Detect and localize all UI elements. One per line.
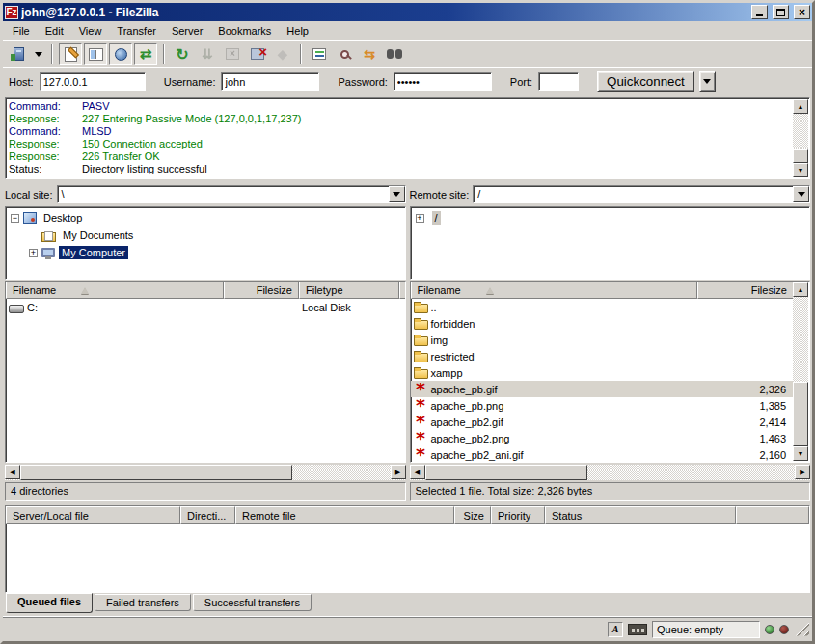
menu-file[interactable]: File bbox=[5, 23, 38, 39]
remote-site-combobox[interactable]: / bbox=[473, 185, 810, 203]
local-site-combobox[interactable]: \ bbox=[57, 185, 406, 203]
tree-item-label: / bbox=[432, 211, 441, 225]
tree-item[interactable]: −Desktop bbox=[6, 209, 405, 227]
menu-bookmarks[interactable]: Bookmarks bbox=[210, 23, 279, 39]
remote-site-dropdown-button[interactable] bbox=[793, 186, 809, 202]
filter-button[interactable] bbox=[308, 43, 331, 65]
quickconnect-button[interactable]: Quickconnect bbox=[597, 71, 694, 92]
username-input[interactable] bbox=[221, 72, 319, 91]
menu-edit[interactable]: Edit bbox=[38, 23, 71, 39]
resize-grip[interactable] bbox=[796, 623, 809, 636]
refresh-button[interactable]: ↻ bbox=[171, 43, 194, 65]
tab-successful-transfers[interactable]: Successful transfers bbox=[193, 594, 312, 611]
minimize-button[interactable] bbox=[751, 5, 768, 19]
file-row[interactable]: xampp bbox=[411, 364, 795, 381]
log-vertical-scrollbar[interactable]: ▲ ▼ bbox=[793, 99, 808, 177]
file-row[interactable]: *apache_pb2.png1,463 bbox=[411, 430, 795, 446]
file-row[interactable]: restricted bbox=[411, 348, 795, 364]
synchronized-browsing-button[interactable]: ⇆ bbox=[358, 43, 381, 65]
column-header-filesize[interactable]: Filesize bbox=[224, 282, 299, 299]
queue-column-remotefile[interactable]: Remote file bbox=[235, 506, 454, 524]
toolbar-separator bbox=[300, 44, 302, 64]
queue-column-status[interactable]: Status bbox=[545, 506, 736, 524]
message-log-lines: Command:PASVResponse:227 Entering Passiv… bbox=[9, 100, 790, 175]
docs-icon bbox=[41, 232, 56, 242]
file-search-button[interactable] bbox=[333, 43, 356, 65]
scrollbar-thumb[interactable] bbox=[793, 149, 808, 163]
column-header-l[interactable]: L bbox=[399, 282, 406, 299]
toggle-transfer-queue-button[interactable]: ⇄ bbox=[134, 43, 157, 65]
queue-column-directi[interactable]: Directi... bbox=[180, 506, 235, 524]
column-header-filesize[interactable]: Filesize bbox=[697, 282, 794, 299]
file-row[interactable]: *apache_pb.png1,385 bbox=[411, 397, 795, 414]
file-row[interactable]: forbidden bbox=[411, 315, 795, 332]
local-site-value: \ bbox=[58, 186, 389, 202]
tab-queued-files[interactable]: Queued files bbox=[6, 593, 93, 613]
scroll-up-button[interactable]: ▲ bbox=[793, 99, 808, 114]
host-input[interactable] bbox=[40, 72, 146, 91]
scroll-down-button[interactable]: ▼ bbox=[793, 446, 808, 461]
expand-icon[interactable]: + bbox=[29, 249, 38, 257]
column-header-filename[interactable]: Filename bbox=[411, 282, 698, 299]
disconnect-button[interactable] bbox=[246, 43, 269, 65]
process-queue-button[interactable]: ⇊ bbox=[196, 43, 219, 65]
site-manager-button[interactable] bbox=[7, 43, 30, 65]
collapse-icon[interactable]: − bbox=[11, 214, 19, 223]
folder-icon bbox=[414, 369, 428, 379]
directory-comparison-button[interactable]: ◆ bbox=[271, 43, 294, 65]
toggle-remote-tree-button[interactable] bbox=[109, 43, 132, 65]
toolbar-separator bbox=[163, 44, 165, 64]
scrollbar-thumb[interactable] bbox=[20, 465, 292, 480]
remote-horizontal-scrollbar[interactable]: ◀ ▶ bbox=[410, 465, 811, 480]
scrollbar-thumb[interactable] bbox=[793, 382, 808, 446]
scroll-right-button[interactable]: ▶ bbox=[795, 465, 810, 479]
remote-tree-icon bbox=[115, 48, 127, 61]
scroll-left-button[interactable]: ◀ bbox=[5, 465, 20, 479]
data-type-indicator-icon[interactable]: A bbox=[608, 622, 623, 637]
cancel-button[interactable]: × bbox=[221, 43, 244, 65]
file-row[interactable]: *apache_pb.gif2,326 bbox=[411, 381, 795, 397]
scroll-right-button[interactable]: ▶ bbox=[391, 465, 406, 479]
file-row[interactable]: *apache_pb2_ani.gif2,160 bbox=[411, 446, 795, 462]
menu-transfer[interactable]: Transfer bbox=[109, 23, 164, 39]
filename-text: xampp bbox=[431, 367, 463, 379]
queue-column-serverlocalfile[interactable]: Server/Local file bbox=[6, 506, 180, 524]
quickconnect-dropdown[interactable] bbox=[699, 71, 716, 92]
menu-help[interactable]: Help bbox=[279, 23, 316, 39]
site-manager-dropdown[interactable] bbox=[32, 43, 45, 65]
toolbar: ⇄ ↻ ⇊ × ◆ ⇆ bbox=[3, 40, 812, 67]
local-horizontal-scrollbar[interactable]: ◀ ▶ bbox=[5, 465, 406, 480]
remote-vertical-scrollbar[interactable]: ▲ ▼ bbox=[793, 282, 808, 461]
tree-item[interactable]: +My Computer bbox=[6, 244, 405, 261]
close-button[interactable]: × bbox=[794, 5, 810, 19]
toggle-message-log-button[interactable] bbox=[59, 43, 82, 65]
scrollbar-thumb[interactable] bbox=[425, 465, 587, 480]
scroll-up-button[interactable]: ▲ bbox=[793, 282, 808, 297]
tab-failed-transfers[interactable]: Failed transfers bbox=[95, 594, 191, 611]
scroll-left-button[interactable]: ◀ bbox=[410, 465, 425, 479]
menu-server[interactable]: Server bbox=[164, 23, 210, 39]
local-site-dropdown-button[interactable] bbox=[389, 186, 405, 202]
tree-item[interactable]: +/ bbox=[411, 209, 810, 227]
expand-icon[interactable]: + bbox=[416, 214, 424, 223]
scroll-down-button[interactable]: ▼ bbox=[793, 163, 808, 177]
queue-column-priority[interactable]: Priority bbox=[491, 506, 545, 524]
file-row[interactable]: *apache_pb2.gif2,414 bbox=[411, 414, 795, 430]
file-row[interactable]: C:Local Disk bbox=[6, 299, 405, 315]
find-button[interactable] bbox=[383, 43, 406, 65]
port-input[interactable] bbox=[538, 72, 579, 91]
tree-item[interactable]: My Documents bbox=[6, 227, 405, 244]
minimize-icon bbox=[756, 14, 763, 16]
file-row[interactable]: .. bbox=[411, 299, 795, 315]
password-input[interactable] bbox=[394, 72, 492, 91]
maximize-button[interactable] bbox=[773, 5, 789, 19]
column-header-filename[interactable]: Filename bbox=[6, 282, 224, 299]
binoculars-icon bbox=[387, 49, 402, 59]
file-row[interactable]: img bbox=[411, 332, 795, 348]
toggle-local-tree-button[interactable] bbox=[84, 43, 107, 65]
menu-view[interactable]: View bbox=[71, 23, 110, 39]
file-panes: Local site: \ −DesktopMy Documents+My Co… bbox=[3, 181, 812, 501]
queue-column-size[interactable]: Size bbox=[454, 506, 491, 524]
status-badge-icon[interactable] bbox=[628, 624, 647, 635]
column-header-filetype[interactable]: Filetype bbox=[299, 282, 399, 299]
